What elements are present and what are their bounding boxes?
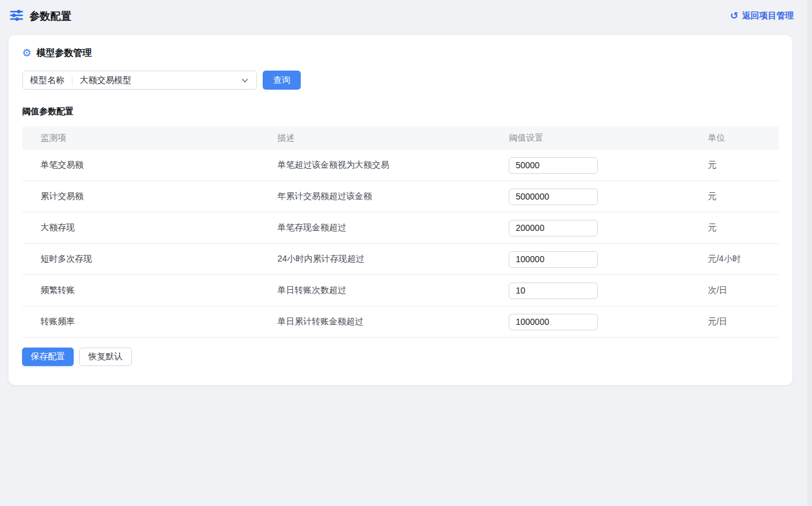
sliders-icon <box>10 9 23 24</box>
column-header-unit: 单位 <box>689 133 778 144</box>
threshold-input[interactable] <box>509 157 598 174</box>
undo-arrow-icon: ↺ <box>730 11 738 21</box>
page-title: 参数配置 <box>29 9 71 23</box>
table-row: 累计交易额 年累计交易额超过该金额 元 <box>22 181 779 212</box>
actions-row: 保存配置 恢复默认 <box>22 348 779 366</box>
save-config-button[interactable]: 保存配置 <box>22 348 74 366</box>
back-link-label: 返回项目管理 <box>742 10 794 21</box>
model-select-label: 模型名称 <box>23 75 72 86</box>
query-row: 模型名称 大额交易模型 查询 <box>22 71 779 90</box>
row-description: 24小时内累计存现超过 <box>259 254 490 265</box>
threshold-table: 监测项 描述 阈值设置 单位 单笔交易额 单笔超过该金额视为大额交易 元 累计交… <box>22 126 779 338</box>
row-item-label: 累计交易额 <box>22 191 259 202</box>
back-link[interactable]: ↺ 返回项目管理 <box>730 10 794 21</box>
row-unit: 次/日 <box>689 285 778 296</box>
table-row: 大额存现 单笔存现金额超过 元 <box>22 212 779 244</box>
table-title: 阈值参数配置 <box>22 106 779 117</box>
model-select[interactable]: 模型名称 大额交易模型 <box>22 71 257 90</box>
row-unit: 元 <box>689 160 778 171</box>
gear-icon: ⚙ <box>22 48 31 58</box>
topbar-left: 参数配置 <box>10 9 71 24</box>
table-header-row: 监测项 描述 阈值设置 单位 <box>22 126 779 150</box>
row-unit: 元/4小时 <box>689 254 778 265</box>
table-row: 短时多次存现 24小时内累计存现超过 元/4小时 <box>22 244 779 275</box>
table-row: 频繁转账 单日转账次数超过 次/日 <box>22 275 779 306</box>
column-header-value: 阈值设置 <box>490 133 689 144</box>
section-title: 模型参数管理 <box>36 47 91 59</box>
scrollbar[interactable] <box>807 0 812 506</box>
row-item-label: 频繁转账 <box>22 285 259 296</box>
table-row: 单笔交易额 单笔超过该金额视为大额交易 元 <box>22 150 779 181</box>
model-select-value: 大额交易模型 <box>72 75 241 86</box>
model-parameter-panel: ⚙ 模型参数管理 模型名称 大额交易模型 查询 阈值参数配置 监测项 描述 阈值… <box>9 35 792 385</box>
query-button[interactable]: 查询 <box>263 71 301 90</box>
threshold-input[interactable] <box>509 314 598 330</box>
row-unit: 元 <box>689 222 778 233</box>
column-header-desc: 描述 <box>259 133 490 144</box>
table-row: 转账频率 单日累计转账金额超过 元/日 <box>22 306 779 338</box>
restore-default-button[interactable]: 恢复默认 <box>79 348 132 366</box>
topbar: 参数配置 ↺ 返回项目管理 <box>0 0 812 32</box>
row-item-label: 大额存现 <box>22 222 259 233</box>
row-description: 单日累计转账金额超过 <box>259 316 490 327</box>
threshold-input[interactable] <box>509 251 598 268</box>
chevron-down-icon <box>241 76 249 85</box>
threshold-input[interactable] <box>509 220 598 236</box>
row-item-label: 单笔交易额 <box>22 160 259 171</box>
row-item-label: 短时多次存现 <box>22 254 259 265</box>
row-description: 年累计交易额超过该金额 <box>259 191 490 202</box>
threshold-input[interactable] <box>509 189 598 205</box>
row-description: 单笔存现金额超过 <box>259 222 490 233</box>
threshold-input[interactable] <box>509 282 598 299</box>
row-item-label: 转账频率 <box>22 316 259 327</box>
section-header: ⚙ 模型参数管理 <box>22 47 779 59</box>
column-header-item: 监测项 <box>22 133 259 144</box>
row-unit: 元/日 <box>689 316 778 327</box>
row-description: 单笔超过该金额视为大额交易 <box>259 160 490 171</box>
row-unit: 元 <box>689 191 778 202</box>
row-description: 单日转账次数超过 <box>259 285 490 296</box>
